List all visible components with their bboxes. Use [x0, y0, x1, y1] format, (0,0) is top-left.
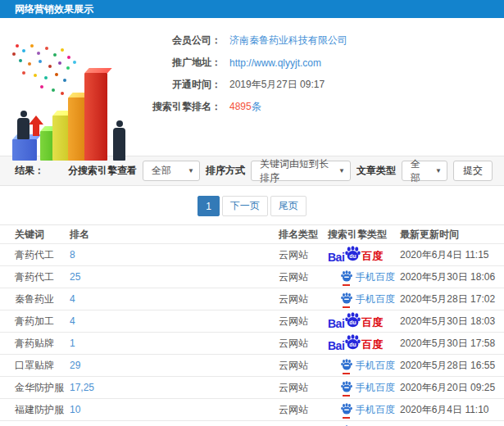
- result-label: 结果：: [15, 164, 44, 178]
- caret-down-icon: ▼: [332, 167, 345, 174]
- keyword-cell: 膏药代工: [15, 248, 70, 262]
- updated-time-cell: 2020年6月20日 09:25: [400, 381, 504, 395]
- keyword-cell: 福建防护服: [15, 403, 70, 417]
- submit-button[interactable]: 提交: [453, 161, 493, 181]
- growth-chart-illustration: [4, 43, 142, 162]
- red-underline: [343, 395, 350, 397]
- baidu-logo: Baidu百度: [328, 312, 383, 330]
- search-engine-cell: Baidu百度 手机百度: [328, 292, 400, 306]
- mobile-baidu-logo: 手机百度: [341, 381, 395, 395]
- keyword-cell: 金华防护服: [15, 381, 70, 395]
- table-row: 膏药加工 4 云网站 Baidu百度 手机百度 2020年5月30日 18:03: [0, 310, 504, 333]
- search-engine-cell: Baidu百度 手机百度: [328, 270, 400, 284]
- updated-time-cell: 2020年5月30日 18:03: [400, 315, 504, 329]
- engine-filter-value: 全部: [152, 164, 171, 178]
- rank-link[interactable]: 4: [70, 315, 279, 327]
- table-row: 秦鲁药业 4 云网站 Baidu百度 手机百度 2020年5月28日 17:02: [0, 288, 504, 310]
- svg-text:du: du: [350, 342, 356, 347]
- col-rank-type: 排名类型: [279, 228, 328, 242]
- page-1-button[interactable]: 1: [198, 196, 220, 216]
- search-engine-cell: Baidu百度 手机百度: [328, 359, 400, 373]
- engine-filter-label: 分搜索引擎查看: [68, 164, 137, 178]
- pagination: 1 下一页 尾页: [0, 196, 504, 216]
- engine-filter-select[interactable]: 全部 ▼: [143, 161, 200, 181]
- updated-time-cell: 2020年5月28日 16:55: [400, 359, 504, 373]
- rank-type-cell: 云网站: [279, 381, 328, 395]
- table-row: 膏药代工 25 云网站 Baidu百度 手机百度 2020年5月30日 18:0…: [0, 266, 504, 288]
- confetti-dots: [16, 44, 19, 48]
- rank-type-cell: 云网站: [279, 292, 328, 306]
- search-engine-cell: Baidu百度 手机百度: [328, 403, 400, 417]
- search-engine-cell: Baidu百度 手机百度: [328, 246, 400, 264]
- rank-link[interactable]: 4: [70, 293, 279, 305]
- company-label: 会员公司：: [146, 34, 221, 48]
- svg-text:du: du: [350, 320, 356, 325]
- next-page-button[interactable]: 下一页: [222, 196, 268, 216]
- rank-link[interactable]: 10: [70, 404, 279, 415]
- rank-link[interactable]: 1: [70, 338, 279, 349]
- info-row-open-time: 开通时间： 2019年5月27日 09:17: [146, 74, 347, 96]
- table-row: 膏药贴牌 1 云网站 Baidu百度 手机百度 2020年5月30日 17:58: [0, 333, 504, 355]
- article-type-select[interactable]: 全部 ▼: [402, 161, 447, 181]
- caret-down-icon: ▼: [429, 167, 442, 174]
- keyword-cell: 秦鲁药业: [15, 292, 70, 306]
- company-info-section: 会员公司： 济南秦鲁药业科技有限公司 推广地址： http://www.qlyy…: [0, 18, 504, 156]
- baidu-paw-icon: du: [345, 334, 361, 352]
- promo-url-link[interactable]: http://www.qlyyjt.com: [229, 57, 321, 69]
- mobile-paw-icon: [341, 381, 352, 395]
- rank-link[interactable]: 17,25: [70, 382, 279, 393]
- results-table: 关键词 排名 排名类型 搜索引擎类型 最新更新时间 膏药代工 8 云网站 Bai…: [0, 224, 504, 426]
- businessman-right: [113, 120, 125, 161]
- col-keyword: 关键词: [15, 228, 70, 242]
- search-engine-cell: Baidu百度 手机百度: [328, 381, 400, 395]
- mobile-baidu-logo: 手机百度: [341, 359, 395, 373]
- search-engine-cell: Baidu百度 手机百度: [328, 312, 400, 330]
- col-rank: 排名: [70, 228, 279, 242]
- rank-link[interactable]: 29: [70, 360, 279, 371]
- svg-text:du: du: [350, 253, 356, 259]
- table-row: 福建防护服 10 云网站 Baidu百度 手机百度 2020年6月4日 11:1…: [0, 399, 504, 421]
- engine-rank-label: 搜索引擎排名：: [146, 100, 221, 114]
- rank-type-cell: 云网站: [279, 359, 328, 373]
- updated-time-cell: 2020年5月28日 17:02: [400, 292, 504, 306]
- col-updated: 最新更新时间: [400, 228, 504, 242]
- rank-type-cell: 云网站: [279, 403, 328, 417]
- info-row-company: 会员公司： 济南秦鲁药业科技有限公司: [146, 29, 347, 52]
- mobile-paw-icon: [341, 359, 352, 373]
- red-underline: [343, 284, 350, 286]
- baidu-paw-icon: du: [345, 246, 361, 264]
- rank-type-cell: 云网站: [279, 315, 328, 329]
- page-title: 网络营销效果展示: [15, 2, 93, 16]
- table-row-partial: [0, 421, 504, 426]
- rank-link[interactable]: 25: [70, 271, 279, 283]
- table-row: 膏药代工 8 云网站 Baidu百度 手机百度 2020年6月4日 11:15: [0, 244, 504, 266]
- keyword-cell: 口罩贴牌: [15, 359, 70, 373]
- mobile-paw-icon: [341, 270, 352, 284]
- mobile-paw-icon: [341, 292, 352, 306]
- updated-time-cell: 2020年5月30日 18:06: [400, 270, 504, 284]
- bar-blue: [12, 139, 37, 161]
- mobile-baidu-logo: 手机百度: [341, 270, 395, 284]
- businessman-left: [17, 111, 30, 139]
- rank-count-unit: 条: [252, 101, 261, 112]
- red-underline: [343, 373, 350, 374]
- rank-type-cell: 云网站: [279, 270, 328, 284]
- keyword-cell: 膏药加工: [15, 315, 70, 329]
- article-type-label: 文章类型: [356, 164, 396, 178]
- rank-type-cell: 云网站: [279, 248, 328, 262]
- rank-link[interactable]: 8: [70, 249, 279, 261]
- updated-time-cell: 2020年6月4日 11:10: [400, 403, 504, 417]
- mobile-paw-icon: [341, 403, 352, 417]
- last-page-button[interactable]: 尾页: [270, 196, 306, 216]
- company-name-link[interactable]: 济南秦鲁药业科技有限公司: [229, 34, 347, 48]
- sort-filter-select[interactable]: 关键词由短到长排序 ▼: [251, 161, 351, 181]
- info-list: 会员公司： 济南秦鲁药业科技有限公司 推广地址： http://www.qlyy…: [146, 29, 347, 118]
- info-row-rank-count: 搜索引擎排名： 4895条: [146, 96, 347, 118]
- table-header-row: 关键词 排名 排名类型 搜索引擎类型 最新更新时间: [0, 225, 504, 244]
- open-time-value: 2019年5月27日 09:17: [229, 78, 325, 92]
- rank-count-number: 4895: [229, 101, 252, 112]
- table-row: 口罩贴牌 29 云网站 Baidu百度 手机百度 2020年5月28日 16:5…: [0, 355, 504, 377]
- up-arrow-icon: [29, 116, 43, 125]
- baidu-logo: Baidu百度: [328, 334, 383, 352]
- filter-controls: 分搜索引擎查看 全部 ▼ 排序方式 关键词由短到长排序 ▼ 文章类型 全部 ▼ …: [68, 161, 493, 181]
